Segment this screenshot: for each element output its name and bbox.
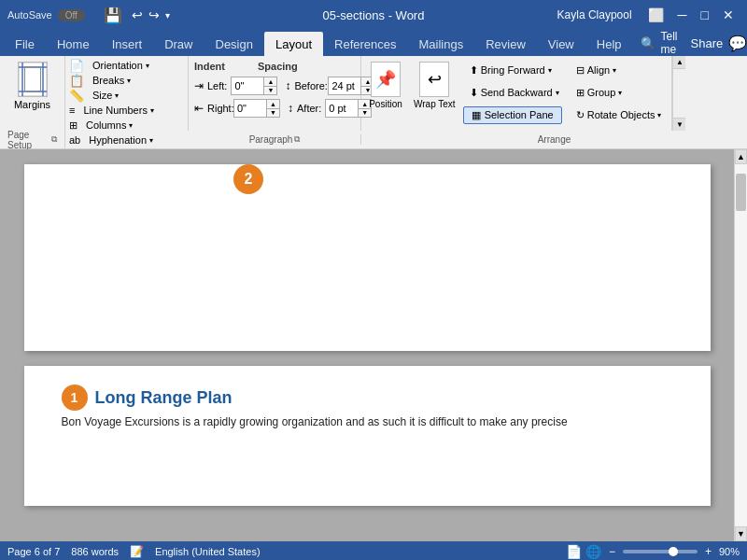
share-button[interactable]: Share <box>691 36 724 50</box>
save-button[interactable]: 💾 <box>104 7 122 24</box>
page-setup-expand[interactable]: ⧉ <box>51 134 57 145</box>
tab-home[interactable]: Home <box>46 32 101 56</box>
tab-file[interactable]: File <box>4 32 46 56</box>
page-setup-label[interactable]: Page Setup ⧉ <box>0 130 65 150</box>
scroll-thumb[interactable] <box>736 174 746 211</box>
vertical-scrollbar[interactable]: ▲ ▼ <box>734 149 747 541</box>
margins-label: Margins <box>14 99 50 110</box>
wrap-text-button[interactable]: ↩ Wrap Text <box>410 58 459 113</box>
zoom-out-button[interactable]: − <box>609 545 615 558</box>
wrap-text-icon: ↩ <box>419 62 449 97</box>
paragraph-expand[interactable]: ⧉ <box>294 134 300 145</box>
hyphenation-button[interactable]: Hyphenation ▾ <box>82 133 160 147</box>
tab-references[interactable]: References <box>323 32 407 56</box>
left-indent-down[interactable]: ▼ <box>264 86 276 95</box>
tab-insert[interactable]: Insert <box>101 32 154 56</box>
after-spacing-icon: ↕ <box>288 102 293 115</box>
zoom-slider[interactable] <box>623 550 698 553</box>
tab-draw[interactable]: Draw <box>153 32 204 56</box>
breaks-button[interactable]: Breaks ▾ <box>86 73 137 88</box>
right-indent-up[interactable]: ▲ <box>267 100 279 108</box>
zoom-in-button[interactable]: + <box>705 545 712 558</box>
send-backward-row: ⬇ Send Backward ▾ <box>463 82 566 103</box>
margins-icon <box>18 62 48 97</box>
tell-me-input[interactable]: Tell me <box>661 30 678 56</box>
customize-qat[interactable]: ▾ <box>165 10 170 21</box>
ribbon-scroll-down[interactable]: ▼ <box>673 118 685 131</box>
after-spacing-input[interactable] <box>326 100 358 117</box>
columns-button[interactable]: Columns ▾ <box>79 118 139 133</box>
before-spacing-label: Before: <box>294 80 324 91</box>
send-backward-icon: ⬇ <box>470 87 478 99</box>
ribbon-main: Margins 📄 Orientation ▾ 📋 Breaks ▾ 📏 <box>0 56 747 131</box>
ribbon-display-btn[interactable]: ⬜ <box>643 6 669 24</box>
right-indent-down[interactable]: ▼ <box>267 108 279 118</box>
align-button[interactable]: ⊟ Align ▾ <box>570 61 623 79</box>
send-backward-button[interactable]: ⬇ Send Backward ▾ <box>463 83 566 102</box>
columns-arrow: ▾ <box>129 121 133 130</box>
orientation-arrow: ▾ <box>146 62 149 70</box>
position-button[interactable]: 📌 Position <box>365 58 406 113</box>
arrange-label[interactable]: Arrange <box>361 134 747 145</box>
word-count: 886 words <box>71 546 119 557</box>
maximize-button[interactable]: □ <box>697 6 713 24</box>
paragraph-label[interactable]: Paragraph ⧉ <box>189 134 361 145</box>
indent-header: Indent <box>194 61 241 72</box>
comments-button[interactable]: 💬 <box>728 35 747 52</box>
ribbon-scroll-up[interactable]: ▲ <box>673 56 685 69</box>
tab-view[interactable]: View <box>537 32 585 56</box>
left-indent-input[interactable] <box>232 77 263 94</box>
tab-layout[interactable]: Layout <box>264 32 323 56</box>
position-label: Position <box>369 99 402 109</box>
language: English (United States) <box>155 546 261 557</box>
user-name: Kayla Claypool <box>557 8 632 21</box>
close-button[interactable]: ✕ <box>717 6 740 24</box>
print-layout-icon[interactable]: 📄 <box>566 544 582 559</box>
page-1 <box>24 164 711 351</box>
send-backward-arrow: ▾ <box>556 89 559 97</box>
web-layout-icon[interactable]: 🌐 <box>585 544 601 559</box>
redo-button[interactable]: ↪ <box>148 7 160 22</box>
right-indent-field[interactable]: ▲ ▼ <box>233 99 280 118</box>
title-bar-left: AutoSave Off 💾 ↩ ↪ ▾ <box>7 7 170 24</box>
before-spacing-input[interactable] <box>329 77 360 94</box>
size-button[interactable]: Size ▾ <box>86 88 125 103</box>
scroll-up-button[interactable]: ▲ <box>735 149 747 164</box>
rotate-button[interactable]: ↻ Rotate Objects ▾ <box>570 105 669 124</box>
left-indent-field[interactable]: ▲ ▼ <box>231 77 277 95</box>
minimize-button[interactable]: ─ <box>672 6 693 24</box>
selection-pane-button[interactable]: ▦ Selection Pane <box>463 106 562 124</box>
scroll-track[interactable] <box>735 164 747 526</box>
tab-mailings[interactable]: Mailings <box>408 32 475 56</box>
right-indent-input[interactable] <box>234 100 266 117</box>
right-indent-spinners: ▲ ▼ <box>266 100 279 117</box>
group-button[interactable]: ⊞ Group ▾ <box>570 83 629 102</box>
arrange-group: 📌 Position ↩ Wrap Text ⬆ Bring Forward ▾ <box>361 56 672 131</box>
status-bar: Page 6 of 7 886 words 📝 English (United … <box>0 541 747 560</box>
document-area: 2 1 Long Range Plan Bon Voyage Excursion… <box>0 149 747 541</box>
tab-help[interactable]: Help <box>585 32 633 56</box>
undo-button[interactable]: ↩ <box>132 7 143 22</box>
tab-review[interactable]: Review <box>474 32 537 56</box>
autosave-toggle[interactable]: Off <box>58 9 85 21</box>
paragraph-group: Indent Spacing ⇥ Left: ▲ ▼ ↕ Before: <box>189 56 361 131</box>
page-setup-group: Margins <box>0 56 65 131</box>
left-indent-up[interactable]: ▲ <box>264 77 276 86</box>
left-indent-spinners: ▲ ▼ <box>263 77 276 94</box>
document-scroll[interactable]: 2 1 Long Range Plan Bon Voyage Excursion… <box>0 149 734 541</box>
orientation-button[interactable]: Orientation ▾ <box>86 58 156 73</box>
step-badge-1: 1 <box>62 385 88 411</box>
line-numbers-button[interactable]: Line Numbers ▾ <box>77 103 160 118</box>
left-indent-label: Left: <box>207 80 227 91</box>
size-arrow: ▾ <box>115 91 119 100</box>
zoom-level: 90% <box>719 546 740 557</box>
ribbon-tabs: File Home Insert Draw Design Layout Refe… <box>0 30 747 56</box>
right-indent-label: Right: <box>207 103 230 114</box>
rotate-icon: ↻ <box>576 109 585 121</box>
tab-design[interactable]: Design <box>204 32 264 56</box>
scroll-down-button[interactable]: ▼ <box>735 526 747 541</box>
bring-forward-button[interactable]: ⬆ Bring Forward ▾ <box>463 61 558 79</box>
page-options-group: 📄 Orientation ▾ 📋 Breaks ▾ 📏 Size ▾ <box>65 56 189 131</box>
document-heading: 1 Long Range Plan <box>62 385 673 411</box>
margins-button[interactable]: Margins <box>12 60 52 112</box>
